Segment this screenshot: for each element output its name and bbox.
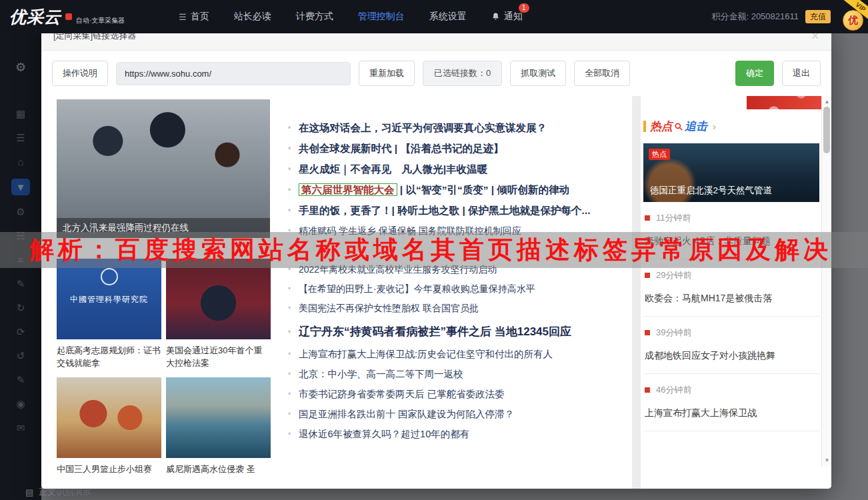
red-square-bullet — [645, 387, 650, 393]
notification-badge: 1 — [519, 3, 529, 13]
bell-icon — [491, 12, 500, 21]
menu-item-settings[interactable]: 系统设置 — [429, 11, 467, 23]
corner-brand-icon[interactable]: 优 — [843, 10, 863, 31]
app-logo[interactable]: 优采云 自动·文章采集器 — [9, 6, 168, 28]
cancel-all-button[interactable]: 全部取消 — [574, 61, 630, 86]
selected-links-count: 已选链接数：0 — [423, 61, 502, 86]
points-balance: 积分金额: 2050821611 — [711, 11, 799, 23]
magnifier-icon — [674, 122, 683, 131]
logo-accent-icon — [65, 13, 72, 20]
hot-list-item[interactable]: 39分钟前 成都地铁回应女子对小孩跳艳舞 — [643, 317, 819, 374]
news-card[interactable]: 威尼斯遇高水位侵袭 圣 — [166, 377, 271, 475]
menu-item-notifications[interactable]: 通知 1 — [491, 11, 523, 23]
news-card[interactable]: 美国会通过近30年首个重大控枪法案 — [166, 259, 271, 369]
chevron-right-icon: › — [713, 121, 716, 132]
scroll-down-arrow[interactable]: ▼ — [822, 456, 831, 465]
exit-button[interactable]: 退出 — [782, 61, 821, 86]
news-link[interactable]: 国足亚洲排名跌出前十 国家队建设为何陷入停滞？ — [287, 408, 639, 420]
help-button[interactable]: 操作说明 — [52, 61, 108, 86]
hamburger-icon: ☰ — [179, 12, 187, 22]
reload-button[interactable]: 重新加载 — [359, 61, 415, 86]
accent-bar — [643, 121, 646, 132]
content-divider — [632, 96, 641, 489]
politics-photo — [166, 259, 271, 339]
news-link[interactable]: 手里的饭，更香了！| 聆听土地之歌 | 保护黑土地就是保护每个... — [287, 204, 639, 217]
news-link[interactable]: 北京：中小学、高一高二等下周一返校 — [287, 368, 639, 380]
hot-list-item[interactable]: 46分钟前 上海宣布打赢大上海保卫战 — [643, 374, 819, 431]
recharge-button[interactable]: 充值 — [805, 10, 831, 23]
news-headline-list: 在这场对话会上，习近平为何强调要真心实意谋发展？ 共创全球发展新时代 | 【沿着… — [287, 121, 639, 448]
menu-item-must-read[interactable]: 站长必读 — [234, 11, 271, 23]
news-link[interactable]: 共创全球发展新时代 | 【沿着总书记的足迹】 — [287, 142, 639, 155]
hot-featured-story[interactable]: 热点 德国正重启北溪2号天然气管道 — [643, 143, 819, 202]
topbar: 优采云 自动·文章采集器 ☰ 首页 站长必读 计费方式 管理控制台 系统设置 通… — [0, 0, 868, 33]
red-square-bullet — [645, 330, 650, 335]
red-square-bullet — [645, 273, 650, 278]
banner-ad[interactable]: xuexi — [747, 96, 831, 109]
watermark-text: 解析：百度搜索网站名称或域名其首页描述标签异常原因及解决 — [0, 233, 832, 267]
emblem-icon — [101, 268, 118, 285]
news-link[interactable]: 市委书记跻身省委常委两天后 已掌舵省委政法委 — [287, 388, 639, 400]
news-link[interactable]: 辽宁丹东“持黄码者看病被拦”事件之后 当地12345回应 — [287, 325, 639, 339]
news-link[interactable]: 退休近6年被查算久吗？超过10年的都有 — [287, 428, 639, 440]
topbar-right: 积分金额: 2050821611 充值 — [711, 10, 831, 23]
grab-test-button[interactable]: 抓取测试 — [510, 61, 566, 86]
basketball-photo — [57, 377, 161, 458]
hot-topics-sidebar: 热点 追击 › 热点 德国正重启北溪2号天然气管道 11分钟前 奔驰车起火 4S… — [643, 119, 819, 431]
url-input[interactable] — [116, 62, 351, 85]
news-link[interactable]: 上海宣布打赢大上海保卫战:历史会记住坚守和付出的所有人 — [287, 348, 639, 360]
hot-topics-header[interactable]: 热点 追击 › — [643, 119, 819, 134]
banner-graphic — [747, 96, 831, 109]
watermark-band: 解析：百度搜索网站名称或域名其首页描述标签异常原因及解决 — [0, 232, 868, 268]
news-link[interactable]: 第六届世界智能大会 | 以“智变”引“质变” | 倾听创新的律动 — [287, 183, 639, 196]
news-link[interactable]: 在这场对话会上，习近平为何强调要真心实意谋发展？ — [287, 121, 639, 134]
news-link[interactable]: 【在希望的田野上·麦收记】今年夏粮收购总量保持高水平 — [287, 283, 639, 295]
modal-toolbar: 操作说明 重新加载 已选链接数：0 抓取测试 全部取消 确定 退出 — [41, 51, 831, 96]
news-link[interactable]: 美国宪法不再保护女性堕胎权 联合国官员批 — [287, 302, 639, 314]
app-logo-text: 优采云 — [9, 6, 61, 28]
menu-item-home[interactable]: ☰ 首页 — [179, 11, 209, 23]
institute-photo: 中國管理科學研究院 — [57, 259, 161, 339]
news-link[interactable]: 星火成炬｜不舍再见 凡人微光|丰收温暖 — [287, 163, 639, 175]
news-card[interactable]: 中國管理科學研究院 起底高考志愿规划师：证书交钱就能拿 — [57, 259, 161, 369]
app-logo-subtitle: 自动·文章采集器 — [76, 16, 125, 25]
main-menu: ☰ 首页 站长必读 计费方式 管理控制台 系统设置 通知 1 — [179, 11, 523, 23]
venice-photo — [166, 377, 271, 458]
menu-item-billing[interactable]: 计费方式 — [296, 11, 333, 23]
confirm-button[interactable]: 确定 — [735, 61, 774, 86]
page-scrollbar: ▲ ▼ — [821, 96, 831, 467]
scroll-up-arrow[interactable]: ▲ — [822, 97, 831, 107]
document-icon: ▤ — [25, 487, 33, 497]
menu-item-console[interactable]: 管理控制台 — [358, 11, 405, 23]
embedded-webpage: xuexi 北方入汛来最强降雨过程仍在线 中國管理科學研究院 起底高考志愿规划师… — [41, 96, 831, 489]
news-card[interactable]: 中国三人男篮止步小组赛 — [57, 377, 161, 475]
hot-badge: 热点 — [649, 149, 670, 160]
scrollbar-thumb[interactable] — [823, 107, 830, 153]
selected-link-highlight[interactable]: 第六届世界智能大会 — [299, 183, 397, 196]
red-square-bullet — [645, 215, 650, 221]
hero-news-photo[interactable]: 北方入汛来最强降雨过程仍在线 — [57, 99, 270, 238]
